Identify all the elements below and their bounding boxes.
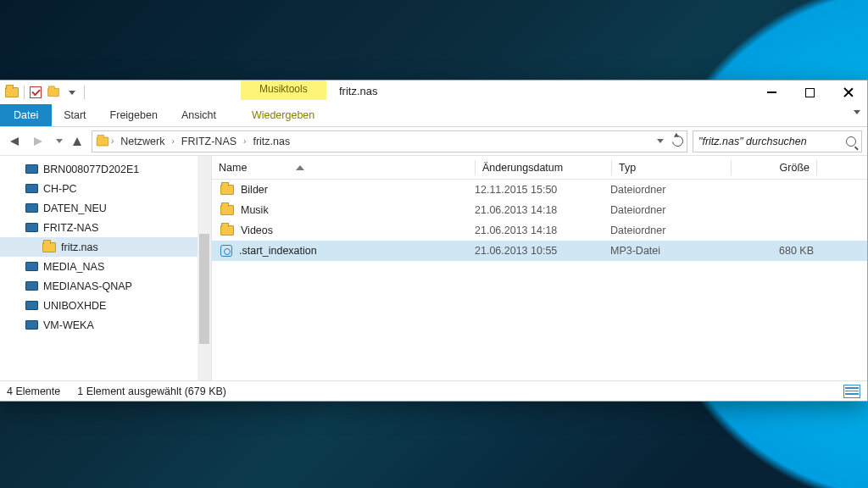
- file-row[interactable]: .start_indexation21.06.2013 10:55MP3-Dat…: [212, 241, 867, 261]
- breadcrumb[interactable]: fritz.nas: [248, 136, 295, 147]
- column-headers: Name Änderungsdatum Typ Größe: [212, 156, 867, 180]
- file-type: Dateiordner: [610, 225, 729, 236]
- music-file-icon: [220, 245, 232, 257]
- explorer-window: Musiktools fritz.nas Datei Start Freigeb…: [0, 80, 868, 402]
- tree-item[interactable]: DATEN_NEU: [0, 198, 211, 218]
- computer-icon: [25, 203, 38, 213]
- address-history-icon[interactable]: [657, 139, 664, 143]
- chevron-right-icon[interactable]: ›: [111, 136, 114, 146]
- chevron-right-icon[interactable]: ›: [171, 136, 174, 146]
- title-bar[interactable]: Musiktools fritz.nas: [0, 80, 867, 104]
- file-type: MP3-Datei: [610, 245, 729, 257]
- file-name: Musik: [241, 204, 269, 216]
- forward-button[interactable]: [29, 132, 47, 151]
- tree-item[interactable]: MEDIANAS-QNAP: [0, 276, 211, 296]
- column-header-date[interactable]: Änderungsdatum: [476, 162, 611, 174]
- file-type: Dateiordner: [610, 184, 729, 196]
- qat-separator: [24, 86, 25, 99]
- tree-item[interactable]: MEDIA_NAS: [0, 257, 211, 276]
- status-item-count: 4 Elemente: [7, 385, 60, 397]
- history-dropdown-icon[interactable]: [56, 139, 63, 143]
- search-icon: [846, 136, 856, 147]
- tree-item-label: fritz.nas: [61, 241, 98, 253]
- computer-icon: [25, 320, 38, 330]
- computer-icon: [25, 184, 38, 193]
- file-date: 21.06.2013 10:55: [475, 245, 610, 257]
- ribbon-tab-freigeben[interactable]: Freigeben: [98, 104, 170, 126]
- tree-item[interactable]: CH-PC: [0, 179, 211, 198]
- search-box[interactable]: "fritz.nas" durchsuchen: [693, 130, 862, 152]
- tree-item-label: DATEN_NEU: [43, 202, 107, 214]
- folder-icon: [42, 242, 56, 252]
- tree-item[interactable]: UNIBOXHDE: [0, 296, 211, 315]
- breadcrumb[interactable]: FRITZ-NAS: [176, 136, 242, 147]
- tree-item-label: CH-PC: [43, 183, 77, 195]
- ribbon-collapse-icon[interactable]: [854, 110, 860, 114]
- address-bar[interactable]: › Netzwerk › FRITZ-NAS › fritz.nas: [92, 130, 687, 152]
- chevron-right-icon[interactable]: ›: [243, 136, 246, 146]
- navigation-pane[interactable]: BRN008077D202E1CH-PCDATEN_NEUFRITZ-NASfr…: [0, 156, 212, 380]
- computer-icon: [25, 281, 38, 291]
- file-row[interactable]: Videos21.06.2013 14:18Dateiordner: [212, 220, 867, 241]
- ribbon-tab-ansicht[interactable]: Ansicht: [170, 104, 228, 126]
- explorer-body: BRN008077D202E1CH-PCDATEN_NEUFRITZ-NASfr…: [0, 156, 867, 380]
- column-header-size[interactable]: Größe: [732, 162, 816, 174]
- file-date: 12.11.2015 15:50: [475, 184, 610, 196]
- tree-item[interactable]: fritz.nas: [0, 237, 211, 257]
- maximize-button[interactable]: [791, 80, 829, 104]
- tree-item-label: BRN008077D202E1: [43, 164, 139, 175]
- computer-icon: [25, 164, 38, 174]
- column-header-name-label: Name: [219, 162, 247, 174]
- tree-item-label: UNIBOXHDE: [43, 300, 106, 312]
- computer-icon: [25, 301, 38, 310]
- file-row[interactable]: Bilder12.11.2015 15:50Dateiordner: [212, 180, 867, 200]
- file-list: Name Änderungsdatum Typ Größe Bilder12.1…: [212, 156, 867, 380]
- up-button[interactable]: [68, 132, 86, 151]
- properties-icon[interactable]: [30, 86, 42, 98]
- window-controls: [753, 80, 867, 104]
- tree-item-label: MEDIANAS-QNAP: [43, 280, 132, 292]
- back-button[interactable]: [5, 132, 24, 151]
- tree-item[interactable]: VM-WEKA: [0, 315, 211, 335]
- file-date: 21.06.2013 14:18: [475, 225, 610, 236]
- folder-icon: [220, 225, 234, 236]
- status-bar: 4 Elemente 1 Element ausgewählt (679 KB): [0, 380, 867, 401]
- folder-icon: [220, 185, 234, 195]
- breadcrumb[interactable]: Netzwerk: [115, 136, 170, 147]
- file-date: 21.06.2013 14:18: [475, 204, 610, 216]
- refresh-icon[interactable]: [670, 133, 685, 148]
- file-row[interactable]: Musik21.06.2013 14:18Dateiordner: [212, 200, 867, 220]
- file-name: .start_indexation: [239, 245, 317, 257]
- qat-separator: [84, 86, 85, 99]
- ribbon-tab-file[interactable]: Datei: [0, 104, 52, 126]
- ribbon-tab-wiedergeben[interactable]: Wiedergeben: [240, 104, 326, 126]
- column-header-type[interactable]: Typ: [612, 162, 731, 174]
- file-type: Dateiordner: [610, 204, 729, 216]
- close-button[interactable]: [829, 80, 867, 104]
- tree-item-label: MEDIA_NAS: [43, 261, 104, 273]
- tree-item[interactable]: BRN008077D202E1: [0, 159, 211, 179]
- status-selection-info: 1 Element ausgewählt (679 KB): [77, 385, 226, 397]
- app-folder-icon: [5, 87, 19, 97]
- details-view-button[interactable]: [843, 385, 860, 398]
- tree-item-label: VM-WEKA: [43, 319, 94, 331]
- column-header-name[interactable]: Name: [212, 162, 475, 174]
- contextual-tab-group-label: Musiktools: [241, 80, 326, 100]
- tree-item-label: FRITZ-NAS: [43, 222, 98, 234]
- location-folder-icon: [97, 136, 108, 146]
- navpane-scrollbar[interactable]: [198, 156, 211, 380]
- quick-access-toolbar: [0, 86, 90, 99]
- window-title: fritz.nas: [339, 85, 378, 97]
- ribbon-tab-start[interactable]: Start: [52, 104, 97, 126]
- computer-icon: [25, 262, 38, 271]
- search-placeholder: "fritz.nas" durchsuchen: [698, 136, 807, 147]
- minimize-button[interactable]: [753, 80, 791, 104]
- tree-item[interactable]: FRITZ-NAS: [0, 218, 211, 237]
- folder-icon: [220, 205, 234, 215]
- qat-dropdown-icon[interactable]: [69, 91, 75, 95]
- file-size: 680 KB: [729, 245, 814, 257]
- ribbon: Datei Start Freigeben Ansicht Wiedergebe…: [0, 104, 867, 127]
- new-folder-icon[interactable]: [47, 88, 59, 97]
- file-name: Bilder: [241, 184, 268, 196]
- navigation-bar: › Netzwerk › FRITZ-NAS › fritz.nas "frit…: [0, 127, 867, 156]
